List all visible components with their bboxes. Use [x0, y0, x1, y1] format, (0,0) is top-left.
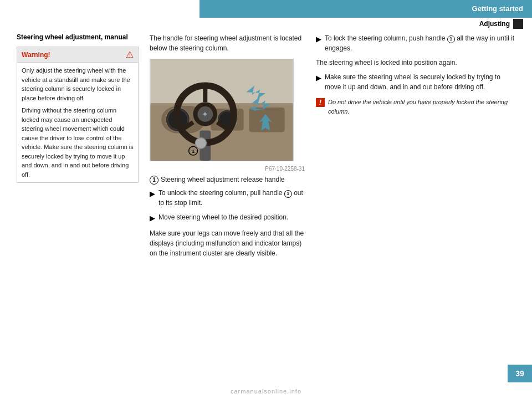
caption-circle-1: 1 — [150, 176, 158, 185]
main-content: Steering wheel adjustment, manual Warnin… — [17, 33, 515, 371]
step-move: ▶ Move steering wheel to the desired pos… — [150, 212, 305, 224]
car-illustration: ✦ 1 — [150, 59, 294, 161]
bullet-arrow-3: ▶ — [316, 34, 321, 45]
warning-para-1: Only adjust the steering wheel with the … — [22, 66, 134, 103]
step-move-text: Move steering wheel to the desired posit… — [158, 212, 305, 222]
svg-text:✦: ✦ — [202, 110, 208, 119]
step-verify: ▶ Make sure the steering wheel is secure… — [316, 72, 515, 92]
svg-text:1: 1 — [192, 149, 195, 154]
section-title: Getting started — [200, 0, 532, 18]
bullet-arrow-4: ▶ — [316, 73, 321, 84]
locked-note: The steering wheel is locked into positi… — [316, 58, 515, 68]
warning-box: Warning! ⚠ Only adjust the steering whee… — [17, 47, 139, 183]
inline-circle-2: 1 — [447, 35, 455, 43]
warning-label: Warning! — [22, 51, 50, 59]
sub-note: Make sure your legs can move freely and … — [150, 228, 305, 258]
bullet-arrow-1: ▶ — [150, 188, 155, 200]
warning-para-2: Driving without the steering column lock… — [22, 106, 134, 179]
caption-item-1: 1 Steering wheel adjustment release hand… — [150, 175, 305, 185]
bullet-arrow-2: ▶ — [150, 213, 155, 224]
warning-triangle-icon: ⚠ — [126, 49, 134, 60]
watermark: carmanualsonline.info — [231, 388, 301, 395]
caption-text-1: Steering wheel adjustment release handle — [161, 175, 284, 185]
section-heading: Steering wheel adjustment, manual — [17, 33, 139, 41]
step-unlock-text: To unlock the steering column, pull hand… — [158, 188, 305, 208]
step-verify-text: Make sure the steering wheel is securely… — [325, 72, 515, 92]
left-column: Steering wheel adjustment, manual Warnin… — [17, 33, 139, 371]
step-lock: ▶ To lock the steering column, push hand… — [316, 33, 515, 53]
subsection-title: Adjusting — [200, 18, 532, 30]
step-unlock: ▶ To unlock the steering column, pull ha… — [150, 188, 305, 208]
image-ref: P67·10-2258-31 — [150, 166, 305, 172]
note-text: Do not drive the vehicle until you have … — [328, 98, 515, 116]
black-block — [513, 19, 523, 29]
step-lock-text: To lock the steering column, push handle… — [325, 33, 515, 53]
warning-body: Only adjust the steering wheel with the … — [17, 63, 138, 182]
header-bar: Getting started Adjusting — [200, 0, 532, 18]
middle-column: The handle for steering wheel adjustment… — [150, 33, 305, 371]
steering-wheel-svg: ✦ 1 — [150, 59, 293, 161]
note-icon: ! — [316, 98, 325, 107]
intro-text: The handle for steering wheel adjustment… — [150, 33, 305, 53]
inline-circle-1: 1 — [284, 190, 292, 198]
warning-header: Warning! ⚠ — [17, 47, 138, 63]
right-column: ▶ To lock the steering column, push hand… — [316, 33, 515, 371]
note-box: ! Do not drive the vehicle until you hav… — [316, 98, 515, 116]
svg-point-17 — [196, 137, 207, 149]
